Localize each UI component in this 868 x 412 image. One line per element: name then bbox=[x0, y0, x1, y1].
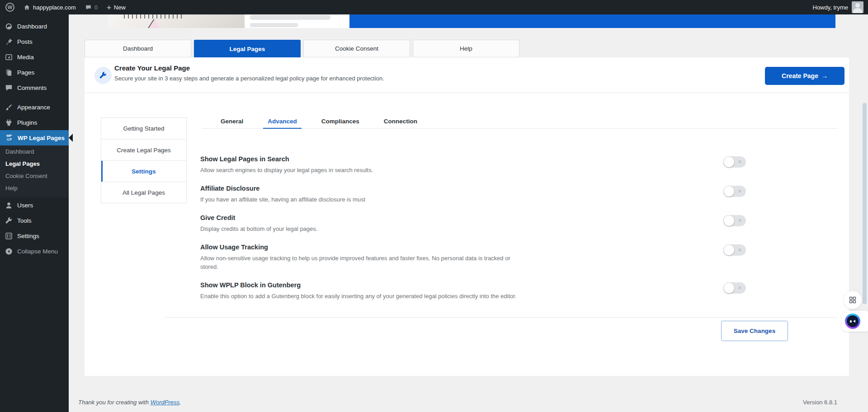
wrench-icon bbox=[5, 216, 13, 225]
sidebar-item-appearance[interactable]: Appearance bbox=[0, 99, 69, 115]
sidebar-item-label: Users bbox=[17, 202, 33, 209]
assistant-widget-button[interactable] bbox=[842, 311, 868, 332]
toggle-knob bbox=[724, 186, 734, 197]
tab-general[interactable]: General bbox=[216, 115, 248, 128]
nav-item-create-legal-pages[interactable]: Create Legal Pages bbox=[101, 139, 186, 160]
sidebar-item-posts[interactable]: Posts bbox=[0, 34, 69, 49]
setting-description: Display credits at bottom of your legal … bbox=[200, 225, 517, 233]
howdy-text[interactable]: Howdy, tryme bbox=[813, 4, 849, 11]
toggle-allow-usage-tracking[interactable]: ✕ bbox=[723, 244, 746, 256]
footer-thanks-prefix: Thank you for creating with bbox=[78, 399, 151, 406]
arrow-right-icon: → bbox=[821, 72, 828, 80]
sidebar-item-plugins[interactable]: Plugins bbox=[0, 115, 69, 130]
wplp-logo-icon: WP :LP bbox=[5, 133, 14, 142]
admin-sidebar: Dashboard Posts Media Pages Comments App… bbox=[0, 14, 69, 412]
blue-banner-strip bbox=[349, 14, 835, 28]
toggle-knob bbox=[724, 215, 734, 226]
sidebar-item-label: Appearance bbox=[17, 104, 50, 111]
plus-icon: + bbox=[107, 4, 111, 11]
wordpress-logo-menu[interactable]: W bbox=[5, 3, 14, 12]
sidebar-item-media[interactable]: Media bbox=[0, 49, 69, 65]
toggle-off-icon: ✕ bbox=[738, 285, 742, 291]
comment-count: 0 bbox=[94, 4, 98, 11]
main-content: Dashboard Legal Pages Cookie Consent Hel… bbox=[69, 14, 868, 412]
footer-thanks: Thank you for creating with WordPress. bbox=[78, 399, 181, 406]
toggle-give-credit[interactable]: ✕ bbox=[723, 215, 746, 226]
sidebar-item-label: Pages bbox=[17, 69, 34, 76]
user-avatar[interactable] bbox=[852, 1, 863, 13]
sidebar-item-comments[interactable]: Comments bbox=[0, 80, 69, 95]
pushpin-icon bbox=[5, 37, 13, 46]
toggle-knob bbox=[724, 157, 734, 167]
sidebar-item-dashboard[interactable]: Dashboard bbox=[0, 19, 69, 34]
wp-legal-pages-submenu: Dashboard Legal Pages Cookie Consent Hel… bbox=[0, 145, 69, 197]
sidebar-item-wp-legal-pages[interactable]: WP :LP WP Legal Pages bbox=[0, 130, 69, 145]
setting-row-give-credit: Give Credit Display credits at bottom of… bbox=[200, 214, 544, 233]
tab-dashboard[interactable]: Dashboard bbox=[85, 40, 191, 57]
apps-grid-button[interactable] bbox=[844, 291, 862, 309]
sidebar-item-tools[interactable]: Tools bbox=[0, 213, 69, 228]
setting-title: Show Legal Pages in Search bbox=[200, 155, 544, 163]
sidebar-item-label: Posts bbox=[17, 38, 33, 45]
collapse-menu-button[interactable]: Collapse Menu bbox=[0, 243, 69, 259]
create-page-label: Create Page bbox=[782, 72, 818, 80]
banner-title: Create Your Legal Page bbox=[114, 64, 190, 72]
page-scrollbar-thumb[interactable] bbox=[863, 103, 867, 304]
sidebar-item-settings[interactable]: Settings bbox=[0, 228, 69, 243]
tab-cookie-consent[interactable]: Cookie Consent bbox=[303, 40, 410, 57]
footer-version: Version 6.8.1 bbox=[803, 399, 837, 406]
setting-row-affiliate-disclosure: Affiliate Disclosure If you have an affi… bbox=[200, 185, 544, 204]
toggle-off-icon: ✕ bbox=[738, 218, 742, 224]
sidebar-item-label: Media bbox=[17, 54, 34, 61]
footer-divider bbox=[165, 317, 837, 318]
toggle-off-icon: ✕ bbox=[738, 159, 742, 165]
dashboard-icon bbox=[5, 22, 13, 31]
skeleton-bar bbox=[250, 15, 330, 20]
sidebar-item-label: Dashboard bbox=[17, 23, 47, 30]
new-label: New bbox=[114, 4, 126, 11]
submenu-item-dashboard[interactable]: Dashboard bbox=[0, 145, 69, 158]
create-page-button[interactable]: Create Page → bbox=[765, 67, 844, 85]
comments-icon bbox=[5, 84, 13, 92]
plugin-page-tabs: Dashboard Legal Pages Cookie Consent Hel… bbox=[85, 40, 519, 57]
tab-compliances[interactable]: Compliances bbox=[317, 115, 364, 128]
nav-item-all-legal-pages[interactable]: All Legal Pages bbox=[101, 182, 186, 203]
assistant-bot-icon bbox=[845, 314, 860, 329]
tab-connection[interactable]: Connection bbox=[379, 115, 422, 128]
nav-item-getting-started[interactable]: Getting Started bbox=[101, 118, 186, 139]
setting-row-show-legal-pages-in-search: Show Legal Pages in Search Allow search … bbox=[200, 155, 544, 174]
tab-advanced[interactable]: Advanced bbox=[263, 115, 302, 129]
banner-divider bbox=[85, 93, 849, 93]
settings-icon bbox=[5, 232, 13, 240]
admin-bar: W happyplace.com 0 + New Howdy, tryme bbox=[0, 0, 868, 14]
submenu-item-help[interactable]: Help bbox=[0, 182, 69, 194]
wordpress-link[interactable]: WordPress bbox=[151, 399, 179, 406]
comments-shortcut[interactable]: 0 bbox=[85, 4, 98, 11]
current-menu-arrow-icon bbox=[69, 134, 73, 142]
save-changes-button[interactable]: Save Changes bbox=[721, 321, 788, 341]
setting-title: Affiliate Disclosure bbox=[200, 185, 544, 192]
sidebar-item-label: WP Legal Pages bbox=[18, 135, 65, 141]
new-content-menu[interactable]: + New bbox=[107, 4, 126, 11]
brush-icon bbox=[5, 103, 13, 112]
toggle-show-wplp-block-in-gutenberg[interactable]: ✕ bbox=[723, 282, 746, 294]
submenu-item-legal-pages[interactable]: Legal Pages bbox=[0, 158, 69, 170]
setting-row-allow-usage-tracking: Allow Usage Tracking Allow non-sensitive… bbox=[200, 243, 544, 271]
setting-title: Give Credit bbox=[200, 214, 544, 221]
sidebar-item-label: Collapse Menu bbox=[17, 248, 58, 255]
setting-row-show-wplp-block-in-gutenberg: Show WPLP Block in Gutenberg Enable this… bbox=[200, 281, 544, 300]
nav-item-settings[interactable]: Settings bbox=[101, 160, 186, 182]
wrench-circle-icon bbox=[94, 67, 112, 84]
home-icon bbox=[24, 4, 30, 11]
toggle-affiliate-disclosure[interactable]: ✕ bbox=[723, 186, 746, 197]
settings-side-nav: Getting Started Create Legal Pages Setti… bbox=[101, 117, 187, 203]
pencil-tip bbox=[148, 19, 161, 28]
tab-help[interactable]: Help bbox=[413, 40, 519, 57]
site-link[interactable]: happyplace.com bbox=[24, 4, 76, 11]
toggle-show-legal-pages-in-search[interactable]: ✕ bbox=[723, 156, 746, 168]
submenu-item-cookie-consent[interactable]: Cookie Consent bbox=[0, 170, 69, 182]
sidebar-item-label: Plugins bbox=[17, 119, 37, 126]
sidebar-item-pages[interactable]: Pages bbox=[0, 65, 69, 80]
tab-legal-pages[interactable]: Legal Pages bbox=[194, 40, 301, 57]
sidebar-item-users[interactable]: Users bbox=[0, 197, 69, 213]
